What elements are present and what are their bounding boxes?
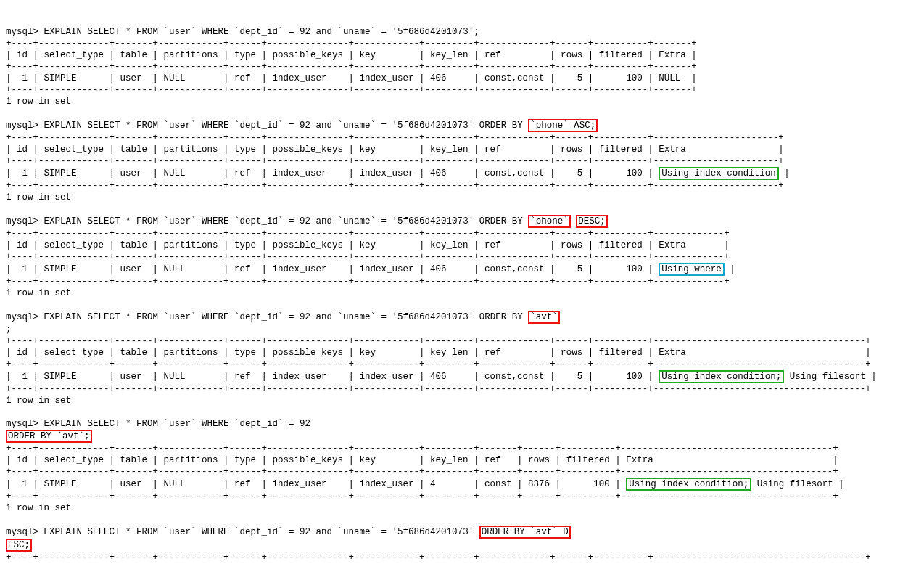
sql-query: EXPLAIN SELECT * FROM `user` WHERE `dept…	[44, 120, 474, 131]
table-row-post: |	[730, 264, 735, 274]
table-row-pre: | 1 | SIMPLE | user | NULL | ref | index…	[6, 168, 653, 179]
table-sep: +----+-------------+-------+------------…	[6, 336, 871, 346]
table-row-pre: | 1 | SIMPLE | user | NULL | ref | index…	[6, 264, 653, 274]
semicolon: ;	[6, 324, 12, 335]
table-sep: +----+-------------+-------+------------…	[6, 444, 838, 454]
rowcount: 1 row in set	[6, 503, 71, 513]
table-header: | id | select_type | table | partitions …	[6, 50, 697, 60]
extra-filesort: Using filesort |	[784, 372, 877, 382]
table-sep: +----+-------------+-------+------------…	[6, 277, 730, 287]
prompt: mysql>	[6, 419, 38, 429]
table-sep: +----+-------------+-------+------------…	[6, 62, 697, 72]
highlight-orderby-avt-desc: ORDER BY `avt` D	[479, 526, 571, 539]
extra-filesort: Using filesort |	[751, 479, 844, 489]
table-sep: +----+-------------+-------+------------…	[6, 181, 784, 191]
terminal-output: mysql> EXPLAIN SELECT * FROM `user` WHER…	[6, 26, 921, 564]
table-sep: +----+-------------+-------+------------…	[6, 133, 784, 143]
table-sep: +----+-------------+-------+------------…	[6, 85, 697, 95]
highlight-phone-asc: `phone` ASC;	[528, 119, 598, 132]
sql-query: EXPLAIN SELECT * FROM `user` WHERE `dept…	[44, 312, 474, 322]
rowcount: 1 row in set	[6, 288, 71, 298]
orderby-text: ORDER BY	[474, 312, 528, 322]
table-sep: +----+-------------+-------+------------…	[6, 467, 838, 477]
highlight-using-where: Using where	[659, 263, 725, 276]
highlight-esc: ESC;	[6, 539, 32, 552]
prompt: mysql>	[6, 27, 38, 37]
highlight-avt: `avt`	[528, 311, 560, 324]
highlight-using-index-condition: Using index condition	[659, 167, 779, 180]
table-header: | id | select_type | table | partitions …	[6, 348, 871, 358]
orderby-text: ORDER BY	[474, 120, 528, 131]
highlight-using-index-condition: Using index condition;	[626, 478, 751, 491]
sql-query: EXPLAIN SELECT * FROM `user` WHERE `dept…	[44, 527, 474, 537]
prompt: mysql>	[6, 527, 38, 537]
semicolon: ;	[474, 27, 479, 37]
prompt: mysql>	[6, 120, 38, 131]
table-sep: +----+-------------+-------+------------…	[6, 552, 871, 563]
table-row-pre: | 1 | SIMPLE | user | NULL | ref | index…	[6, 479, 621, 489]
highlight-using-index-condition: Using index condition;	[659, 370, 784, 383]
table-sep: +----+-------------+-------+------------…	[6, 491, 838, 502]
sql-query: EXPLAIN SELECT * FROM `user` WHERE `dept…	[44, 419, 311, 429]
table-header: | id | select_type | table | partitions …	[6, 240, 730, 250]
table-header: | id | select_type | table | partitions …	[6, 455, 838, 465]
table-header: | id | select_type | table | partitions …	[6, 144, 784, 155]
rowcount: 1 row in set	[6, 192, 71, 203]
table-sep: +----+-------------+-------+------------…	[6, 384, 871, 394]
rowcount: 1 row in set	[6, 97, 71, 107]
table-row-post: |	[784, 168, 790, 179]
table-sep: +----+-------------+-------+------------…	[6, 38, 697, 49]
prompt: mysql>	[6, 312, 38, 322]
sql-query: EXPLAIN SELECT * FROM `user` WHERE `dept…	[44, 27, 474, 37]
table-sep: +----+-------------+-------+------------…	[6, 229, 730, 239]
highlight-desc: DESC;	[576, 215, 608, 228]
table-sep: +----+-------------+-------+------------…	[6, 252, 730, 262]
rowcount: 1 row in set	[6, 396, 71, 406]
sql-query: EXPLAIN SELECT * FROM `user` WHERE `dept…	[44, 216, 474, 226]
table-row-pre: | 1 | SIMPLE | user | NULL | ref | index…	[6, 372, 653, 382]
highlight-phone: `phone`	[528, 215, 571, 228]
table-sep: +----+-------------+-------+------------…	[6, 359, 871, 369]
highlight-orderby-avt-line: ORDER BY `avt`;	[6, 430, 92, 443]
table-row: | 1 | SIMPLE | user | NULL | ref | index…	[6, 73, 697, 83]
orderby-text: ORDER BY	[474, 216, 528, 226]
table-sep: +----+-------------+-------+------------…	[6, 156, 784, 166]
prompt: mysql>	[6, 216, 38, 226]
